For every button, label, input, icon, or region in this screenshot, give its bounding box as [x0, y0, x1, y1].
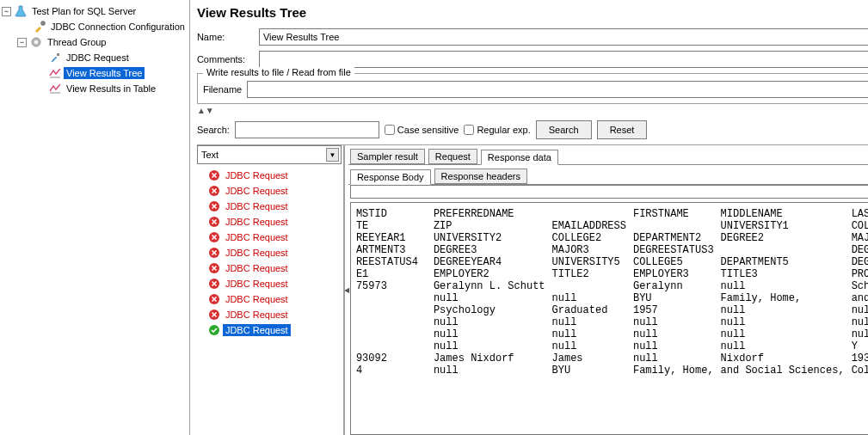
table-cell: null	[721, 280, 852, 292]
table-cell: EMPLOYER3	[633, 268, 721, 280]
file-fieldset: Write results to file / Read from file F…	[197, 73, 868, 104]
table-row: nullnullBYUFamily, Home,and Social Scie	[356, 292, 868, 304]
result-item[interactable]: JDBC Request	[207, 322, 342, 338]
case-sensitive-checkbox[interactable]: Case sensitive	[385, 125, 459, 135]
table-cell	[356, 316, 434, 328]
table-cell: College of	[852, 365, 868, 377]
filename-input[interactable]	[247, 81, 868, 98]
table-cell: Nixdorf	[721, 352, 852, 365]
result-item[interactable]: JDBC Request	[207, 307, 342, 322]
flask-icon	[14, 4, 28, 18]
expander-icon[interactable]: −	[2, 7, 11, 16]
dropper-icon	[48, 51, 62, 64]
result-item[interactable]: JDBC Request	[207, 199, 342, 214]
tree-item-view-results-table[interactable]: View Results in Table	[2, 81, 188, 96]
table-cell: James Nixdorf	[434, 352, 552, 365]
table-cell: null	[633, 316, 721, 328]
table-cell	[633, 220, 721, 232]
subtab-response-body[interactable]: Response Body	[350, 169, 431, 185]
table-cell	[356, 292, 434, 304]
table-row: REESTATUS4DEGREEYEAR4UNIVERSITY5COLLEGE5…	[356, 256, 868, 268]
subtab-response-headers[interactable]: Response headers	[434, 168, 527, 184]
table-row: ARTMENT3DEGREE3MAJOR3DEGREESTATUS3DEGREE…	[356, 244, 868, 256]
main-panel: View Results Tree Name: Comments: Write …	[190, 0, 868, 435]
table-row: 93092James NixdorfJamesnullNixdorf1931	[356, 352, 868, 365]
table-cell: MAJOR3	[552, 244, 633, 256]
table-cell: and Social Sciences,	[721, 365, 852, 377]
table-cell: DEGREE2	[721, 232, 852, 244]
table-row: nullnullnullnullnull	[356, 316, 868, 328]
result-item[interactable]: JDBC Request	[207, 291, 342, 307]
table-cell: null	[434, 340, 552, 352]
table-cell: BYU	[633, 292, 721, 304]
chevron-down-icon: ▼	[326, 148, 339, 162]
table-cell: Geralynn	[633, 280, 721, 292]
table-cell	[721, 244, 852, 256]
result-item[interactable]: JDBC Request	[207, 260, 342, 276]
case-sensitive-box[interactable]	[385, 125, 395, 135]
table-cell: 75973	[356, 280, 434, 292]
reset-button[interactable]: Reset	[597, 120, 648, 139]
error-icon	[207, 168, 221, 182]
response-body-text[interactable]: MSTIDPREFERREDNAMEFIRSTNAMEMIDDLENAMELAS…	[350, 202, 868, 435]
success-icon	[207, 323, 221, 337]
results-tree-panel: Text ▼ JDBC RequestJDBC RequestJDBC Requ…	[197, 145, 345, 435]
table-cell: Schutt	[852, 280, 868, 292]
result-item[interactable]: JDBC Request	[207, 245, 342, 260]
tree-item-view-results-tree[interactable]: View Results Tree	[2, 65, 188, 81]
table-cell	[356, 304, 434, 316]
table-row: E1EMPLOYER2TITLE2EMPLOYER3TITLE3PROCESSE…	[356, 268, 868, 280]
result-item[interactable]: JDBC Request	[207, 276, 342, 291]
regex-label: Regular exp.	[477, 125, 530, 135]
result-item[interactable]: JDBC Request	[207, 183, 342, 199]
result-item-label: JDBC Request	[223, 247, 291, 259]
split-handle-top[interactable]: ▲▼	[197, 104, 868, 117]
regex-checkbox[interactable]: Regular exp.	[464, 125, 530, 135]
table-cell: TITLE2	[552, 268, 633, 280]
table-cell: UNIVERSITY2	[434, 232, 552, 244]
table-row: 75973Geralynn L. SchuttGeralynnnullSchut…	[356, 280, 868, 292]
table-cell: REESTATUS4	[356, 256, 434, 268]
table-cell: MSTID	[356, 208, 434, 220]
table-cell: PREFERREDNAME	[434, 208, 552, 220]
comments-row: Comments:	[197, 51, 868, 68]
table-cell: Graduated	[552, 304, 633, 316]
table-cell: DEPARTMENT5	[721, 256, 852, 268]
regex-box[interactable]	[464, 125, 474, 135]
test-plan-tree: − Test Plan for SQL Server JDBC Connecti…	[0, 0, 190, 435]
name-input[interactable]	[259, 28, 868, 46]
result-item[interactable]: JDBC Request	[207, 168, 342, 183]
table-cell: null	[552, 340, 633, 352]
tree-item-jdbc-config[interactable]: JDBC Connection Configuration	[2, 19, 188, 34]
result-item-label: JDBC Request	[223, 262, 291, 274]
tree-root[interactable]: − Test Plan for SQL Server	[2, 3, 188, 19]
error-icon	[207, 277, 221, 291]
tab-request[interactable]: Request	[428, 149, 477, 164]
table-row: nullnullnullnullY	[356, 340, 868, 352]
table-cell	[356, 340, 434, 352]
expander-icon[interactable]: −	[17, 38, 27, 47]
tree-item-thread-group[interactable]: − Thread Group	[2, 34, 188, 50]
tree-item-jdbc-request[interactable]: JDBC Request	[2, 50, 188, 65]
table-cell: null	[552, 292, 633, 304]
search-button[interactable]: Search	[536, 120, 592, 139]
chart-icon	[48, 66, 62, 80]
tab-response-data[interactable]: Response data	[481, 150, 558, 165]
svg-point-2	[34, 40, 38, 44]
comments-label: Comments:	[197, 54, 259, 64]
search-input[interactable]	[235, 121, 379, 138]
result-item[interactable]: JDBC Request	[207, 214, 342, 230]
table-row: MSTIDPREFERREDNAMEFIRSTNAMEMIDDLENAMELAS…	[356, 208, 868, 220]
renderer-combo[interactable]: Text ▼	[197, 145, 342, 164]
result-item-label: JDBC Request	[223, 231, 291, 243]
table-cell: Family, Home,	[721, 292, 852, 304]
table-cell: PROCESSED	[852, 268, 868, 280]
tab-sampler-result[interactable]: Sampler result	[350, 149, 425, 164]
comments-input[interactable]	[259, 51, 868, 68]
result-item[interactable]: JDBC Request	[207, 230, 342, 245]
chart-icon	[48, 82, 62, 95]
table-row: REEYEAR1UNIVERSITY2COLLEGE2DEPARTMENT2DE…	[356, 232, 868, 244]
result-item-label: JDBC Request	[223, 200, 291, 212]
case-sensitive-label: Case sensitive	[397, 125, 459, 135]
search-row: Search: Case sensitive Regular exp. Sear…	[197, 117, 868, 144]
